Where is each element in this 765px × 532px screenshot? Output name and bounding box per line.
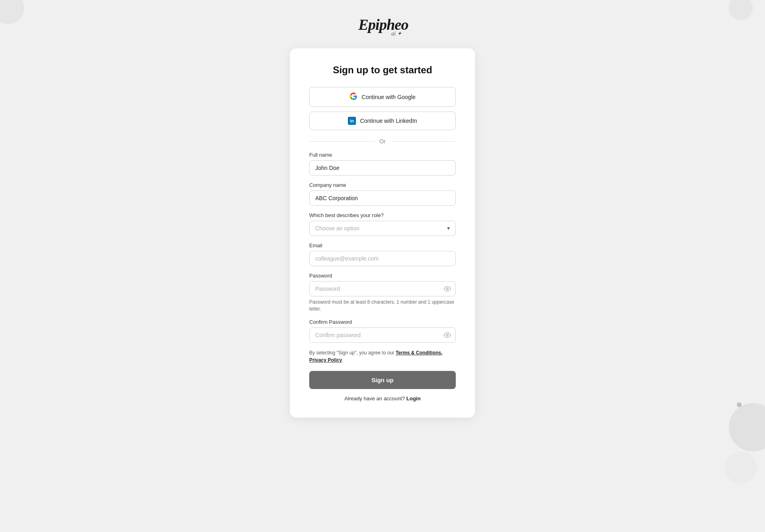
privacy-link[interactable]: Privacy Policy xyxy=(309,357,342,363)
blob-decoration xyxy=(737,402,742,407)
blob-decoration xyxy=(729,403,765,451)
password-hint: Password must be at least 8 characters, … xyxy=(309,299,456,313)
blob-decoration xyxy=(725,451,757,484)
linkedin-icon xyxy=(348,117,356,125)
google-icon xyxy=(349,92,358,101)
confirm-password-input[interactable] xyxy=(309,327,456,343)
google-btn-label: Continue with Google xyxy=(362,94,416,100)
role-select-wrapper: Choose an option Developer Designer Mana… xyxy=(309,221,456,236)
divider-line-left xyxy=(309,141,374,142)
role-label: Which best describes your role? xyxy=(309,212,456,218)
login-link-row: Already have an account? Login xyxy=(309,395,456,402)
svg-text:ai ✦: ai ✦ xyxy=(391,31,402,37)
blob-decoration xyxy=(0,0,24,24)
confirm-password-input-wrapper xyxy=(309,327,456,343)
login-link[interactable]: Login xyxy=(406,395,420,402)
terms-link[interactable]: Terms & Conditions, xyxy=(396,350,442,356)
terms-text: By selecting "Sign up", you agree to our… xyxy=(309,349,456,364)
company-input[interactable] xyxy=(309,190,456,206)
logo-svg: Epipheo ai ✦ xyxy=(354,13,411,37)
email-label: Email xyxy=(309,242,456,248)
fullname-input[interactable] xyxy=(309,160,456,176)
password-input[interactable] xyxy=(309,281,456,296)
confirm-password-toggle-icon[interactable] xyxy=(444,331,451,339)
company-label: Company name xyxy=(309,182,456,188)
password-field-group: Password Password must be at least 8 cha… xyxy=(309,273,456,313)
confirm-password-label: Confirm Password xyxy=(309,319,456,325)
company-field-group: Company name xyxy=(309,182,456,206)
signup-card: Sign up to get started Continue with Goo… xyxy=(290,48,475,418)
email-field-group: Email xyxy=(309,242,456,266)
fullname-field-group: Full name xyxy=(309,152,456,176)
divider-line-right xyxy=(391,141,456,142)
google-signin-button[interactable]: Continue with Google xyxy=(309,87,456,107)
terms-prefix: By selecting "Sign up", you agree to our xyxy=(309,350,396,356)
password-toggle-icon[interactable] xyxy=(444,285,451,292)
or-divider: Or xyxy=(309,138,456,145)
signup-button[interactable]: Sign up xyxy=(309,371,456,389)
password-input-wrapper xyxy=(309,281,456,296)
fullname-label: Full name xyxy=(309,152,456,158)
email-input[interactable] xyxy=(309,251,456,266)
divider-text: Or xyxy=(379,138,386,145)
card-title: Sign up to get started xyxy=(309,64,456,76)
password-label: Password xyxy=(309,273,456,279)
role-select[interactable]: Choose an option Developer Designer Mana… xyxy=(309,221,456,236)
linkedin-signin-button[interactable]: Continue with LinkedIn xyxy=(309,112,456,130)
blob-decoration xyxy=(729,0,753,20)
role-field-group: Which best describes your role? Choose a… xyxy=(309,212,456,236)
svg-point-3 xyxy=(447,334,449,336)
terms-suffix: . xyxy=(342,357,343,363)
linkedin-btn-label: Continue with LinkedIn xyxy=(360,118,417,124)
svg-point-2 xyxy=(447,288,449,290)
app-header: Epipheo ai ✦ xyxy=(354,13,411,39)
confirm-password-field-group: Confirm Password xyxy=(309,319,456,343)
login-text: Already have an account? xyxy=(344,395,405,402)
app-logo: Epipheo ai ✦ xyxy=(354,13,411,39)
